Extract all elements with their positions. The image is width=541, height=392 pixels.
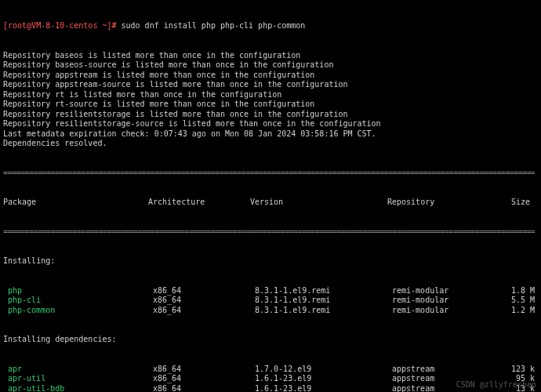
pkg-size: 95 k — [494, 374, 535, 384]
pkg-repo: appstream — [392, 374, 494, 384]
pkg-version: 1.6.1-23.el9 — [255, 384, 392, 393]
pkg-version: 8.3.1-1.el9.remi — [255, 286, 392, 296]
warning-line: Repository resilientstorage-source is li… — [3, 119, 538, 129]
warning-line: Repository resilientstorage is listed mo… — [3, 110, 538, 120]
package-row: apr-util-bdbx86_641.6.1-23.el9appstream1… — [3, 384, 538, 393]
pkg-arch: x86_64 — [153, 365, 255, 375]
warning-line: Repository appstream is listed more than… — [3, 71, 538, 81]
col-package: Package — [3, 198, 148, 208]
pkg-arch: x86_64 — [153, 384, 255, 393]
separator-line: ========================================… — [3, 227, 535, 238]
terminal-output[interactable]: [root@VM-8-10-centos ~]# sudo dnf instal… — [0, 0, 541, 392]
pkg-name: php-common — [3, 306, 153, 316]
package-row: apr-utilx86_641.6.1-23.el9appstream95 k — [3, 374, 538, 384]
prompt-line: [root@VM-8-10-centos ~]# sudo dnf instal… — [3, 21, 538, 31]
warning-line: Repository appstream-source is listed mo… — [3, 80, 538, 90]
prompt-command: sudo dnf install php php-cli php-common — [122, 21, 306, 30]
warning-line: Repository baseos-source is listed more … — [3, 60, 538, 71]
package-row: phpx86_648.3.1-1.el9.remiremi-modular1.8… — [3, 286, 538, 296]
section-installing: Installing: — [3, 256, 538, 267]
col-size: Size — [489, 198, 530, 208]
pkg-size: 123 k — [494, 365, 535, 375]
pkg-arch: x86_64 — [153, 296, 255, 306]
pkg-name: php — [3, 286, 153, 296]
column-headers: Package Architecture Version Repository … — [3, 198, 538, 208]
pkg-repo: remi-modular — [392, 286, 494, 296]
warning-line: Dependencies resolved. — [3, 139, 538, 149]
pkg-arch: x86_64 — [153, 306, 255, 316]
separator-line: ========================================… — [3, 169, 535, 179]
pkg-size: 13 k — [494, 384, 535, 393]
prompt-user: [root@VM-8-10-centos ~]# — [3, 21, 122, 30]
pkg-version: 1.7.0-12.el9 — [255, 365, 392, 375]
warning-line: Repository baseos is listed more than on… — [3, 51, 538, 61]
section-deps: Installing dependencies: — [3, 335, 538, 345]
warning-line: Repository rt-source is listed more than… — [3, 100, 538, 110]
warning-line: Repository rt is listed more than once i… — [3, 90, 538, 100]
pkg-arch: x86_64 — [153, 286, 255, 296]
warning-line: Last metadata expiration check: 0:07:43 … — [3, 129, 538, 140]
pkg-name: apr-util — [3, 374, 153, 384]
col-arch: Architecture — [148, 198, 250, 208]
pkg-size: 1.8 M — [494, 286, 535, 296]
pkg-version: 8.3.1-1.el9.remi — [255, 296, 392, 306]
pkg-repo: appstream — [392, 384, 494, 393]
pkg-arch: x86_64 — [153, 374, 255, 384]
pkg-repo: appstream — [392, 365, 494, 375]
package-row: php-commonx86_648.3.1-1.el9.remiremi-mod… — [3, 306, 538, 316]
col-version: Version — [250, 198, 387, 208]
pkg-version: 1.6.1-23.el9 — [255, 374, 392, 384]
package-row: aprx86_641.7.0-12.el9appstream123 k — [3, 365, 538, 375]
package-row: php-clix86_648.3.1-1.el9.remiremi-modula… — [3, 296, 538, 306]
pkg-size: 1.2 M — [494, 306, 535, 316]
pkg-repo: remi-modular — [392, 296, 494, 306]
col-repo: Repository — [387, 198, 489, 208]
pkg-size: 5.5 M — [494, 296, 535, 306]
pkg-version: 8.3.1-1.el9.remi — [255, 306, 392, 316]
pkg-name: apr — [3, 365, 153, 375]
pkg-name: apr-util-bdb — [3, 384, 153, 393]
pkg-repo: remi-modular — [392, 306, 494, 316]
pkg-name: php-cli — [3, 296, 153, 306]
